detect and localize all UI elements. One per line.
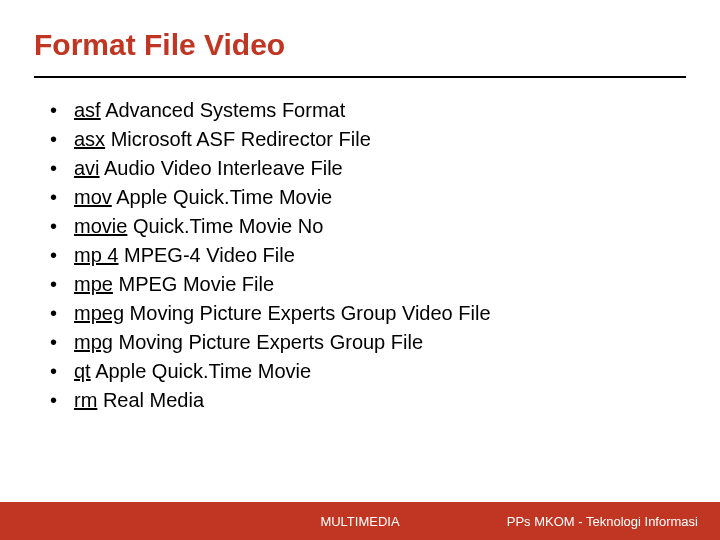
format-desc: Real Media: [103, 389, 204, 411]
slide-title: Format File Video: [34, 28, 686, 62]
list-item: mpeg Moving Picture Experts Group Video …: [50, 299, 686, 328]
slide: Format File Video asf Advanced Systems F…: [0, 0, 720, 540]
content-area: asf Advanced Systems Format asx Microsof…: [0, 78, 720, 415]
list-item: rm Real Media: [50, 386, 686, 415]
format-ext: mov: [74, 186, 112, 208]
format-ext: qt: [74, 360, 91, 382]
format-ext: mpe: [74, 273, 113, 295]
format-list: asf Advanced Systems Format asx Microsof…: [50, 96, 686, 415]
format-ext: mp 4: [74, 244, 118, 266]
format-ext: mpg: [74, 331, 113, 353]
title-area: Format File Video: [0, 0, 720, 70]
format-desc: MPEG Movie File: [118, 273, 274, 295]
format-desc: MPEG-4 Video File: [124, 244, 295, 266]
list-item: qt Apple Quick.Time Movie: [50, 357, 686, 386]
format-ext: asf: [74, 99, 101, 121]
list-item: asx Microsoft ASF Redirector File: [50, 125, 686, 154]
format-desc: Audio Video Interleave File: [104, 157, 343, 179]
format-desc: Quick.Time Movie No: [133, 215, 323, 237]
format-ext: avi: [74, 157, 100, 179]
format-desc: Advanced Systems Format: [105, 99, 345, 121]
format-ext: rm: [74, 389, 97, 411]
list-item: avi Audio Video Interleave File: [50, 154, 686, 183]
format-desc: Microsoft ASF Redirector File: [111, 128, 371, 150]
list-item: mpg Moving Picture Experts Group File: [50, 328, 686, 357]
footer-center: MULTIMEDIA: [320, 514, 399, 529]
footer-right: PPs MKOM - Teknologi Informasi: [507, 514, 698, 529]
list-item: asf Advanced Systems Format: [50, 96, 686, 125]
format-ext: mpeg: [74, 302, 124, 324]
format-ext: asx: [74, 128, 105, 150]
format-desc: Moving Picture Experts Group Video File: [130, 302, 491, 324]
format-ext: movie: [74, 215, 127, 237]
format-desc: Moving Picture Experts Group File: [118, 331, 423, 353]
list-item: movie Quick.Time Movie No: [50, 212, 686, 241]
list-item: mpe MPEG Movie File: [50, 270, 686, 299]
format-desc: Apple Quick.Time Movie: [116, 186, 332, 208]
footer-bar: MULTIMEDIA PPs MKOM - Teknologi Informas…: [0, 502, 720, 540]
format-desc: Apple Quick.Time Movie: [95, 360, 311, 382]
list-item: mp 4 MPEG-4 Video File: [50, 241, 686, 270]
list-item: mov Apple Quick.Time Movie: [50, 183, 686, 212]
